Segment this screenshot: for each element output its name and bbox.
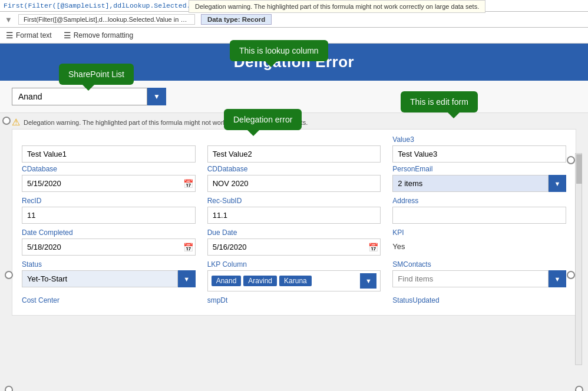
personemail-dropdown-button[interactable]: ▼ xyxy=(549,175,566,192)
resize-handle-bottom-right[interactable] xyxy=(575,386,583,391)
value2-input[interactable] xyxy=(207,145,381,163)
status-select: ▼ xyxy=(22,270,196,287)
calendar-icon-cdatabase[interactable]: 📅 xyxy=(183,179,193,188)
field-cddatabase: CDDatabase xyxy=(207,165,381,192)
calendar-icon-due-date[interactable]: 📅 xyxy=(368,243,378,252)
recid-input[interactable] xyxy=(22,207,196,224)
tooltip-delegation-error: Delegation error xyxy=(224,109,302,130)
resize-handle-bottom-left[interactable] xyxy=(5,386,13,391)
vertical-scrollbar[interactable] xyxy=(575,153,582,365)
field-lkp-column: LKP Column Anand Aravind Karuna ▼ xyxy=(207,260,381,291)
field-address: Address xyxy=(392,197,566,224)
lookup-dropdown-button[interactable]: ▼ xyxy=(147,88,166,105)
smcontacts-field: ▼ xyxy=(392,270,566,287)
scroll-thumb[interactable] xyxy=(576,154,582,184)
field-cost-center: Cost Center xyxy=(22,296,196,304)
value1-input[interactable] xyxy=(22,145,196,163)
tag-anand: Anand xyxy=(212,276,242,286)
personemail-select: ▼ xyxy=(392,175,566,192)
field-personemail: PersonEmail ▼ xyxy=(392,165,566,192)
resize-handle-left[interactable] xyxy=(2,117,11,125)
personemail-input[interactable] xyxy=(392,175,549,192)
cdatabase-input[interactable] xyxy=(22,175,196,192)
date-completed-field: 📅 xyxy=(22,238,196,256)
status-dropdown-button[interactable]: ▼ xyxy=(178,270,196,287)
lkp-column-dropdown-button[interactable]: ▼ xyxy=(360,273,376,289)
field-smcontacts: SMContacts ▼ xyxy=(392,260,566,291)
resize-handle-right-middle[interactable] xyxy=(567,271,575,279)
cddatabase-input[interactable] xyxy=(207,175,381,192)
field-date-completed: Date Completed 📅 xyxy=(22,228,196,256)
cdatabase-date-field: 📅 xyxy=(22,175,196,192)
field-kpi: KPI Yes xyxy=(392,228,566,256)
due-date-input[interactable] xyxy=(207,238,381,256)
resize-handle-left-middle[interactable] xyxy=(5,271,13,279)
address-input[interactable] xyxy=(392,207,566,224)
date-completed-input[interactable] xyxy=(22,238,196,256)
remove-formatting-button[interactable]: ☰ Remove formatting xyxy=(64,31,133,40)
due-date-field: 📅 xyxy=(207,238,381,256)
resize-handle-top-right[interactable] xyxy=(567,156,575,164)
field-smpdt: smpDt xyxy=(207,296,381,304)
format-text-icon: ☰ xyxy=(6,31,14,40)
smcontacts-dropdown-button[interactable]: ▼ xyxy=(549,270,566,287)
status-input[interactable] xyxy=(22,270,178,287)
delegation-warning-top: Delegation warning. The highlighted part… xyxy=(189,0,485,13)
field-status: Status ▼ xyxy=(22,260,196,291)
format-text-button[interactable]: ☰ Format text xyxy=(6,31,52,40)
edit-form: Value3 CDatabase 📅 CDDatabase PersonEmai… xyxy=(12,129,576,316)
remove-formatting-icon: ☰ xyxy=(64,31,71,40)
warning-icon: ⚠ xyxy=(12,117,20,128)
tooltip-sharepoint-list: SharePoint List xyxy=(59,64,134,85)
field-cdatabase: CDatabase 📅 xyxy=(22,165,196,192)
rec-subid-input[interactable] xyxy=(207,207,381,224)
kpi-value: Yes xyxy=(392,238,566,254)
calendar-icon-date-completed[interactable]: 📅 xyxy=(183,243,193,252)
tag-karuna: Karuna xyxy=(279,276,312,286)
formula-snippet: First(Filter([@SampleList],d...lookup.Se… xyxy=(18,14,195,25)
lookup-input[interactable] xyxy=(12,88,147,105)
tag-aravind: Aravind xyxy=(243,276,277,286)
tooltip-lookup-column: This is lookup column xyxy=(230,40,328,61)
data-type-badge: Data type: Record xyxy=(201,14,272,25)
value3-input[interactable] xyxy=(392,145,566,163)
field-value1 xyxy=(22,135,196,163)
tooltip-edit-form: This is edit form xyxy=(401,91,478,112)
field-due-date: Due Date 📅 xyxy=(207,228,381,256)
field-rec-subid: Rec-SubID xyxy=(207,197,381,224)
field-value3: Value3 xyxy=(392,135,566,163)
smcontacts-input[interactable] xyxy=(392,270,549,287)
field-value2 xyxy=(207,135,381,163)
lkp-column-tags: Anand Aravind Karuna ▼ xyxy=(207,270,381,291)
field-status-updated: StatusUpdated xyxy=(392,296,566,304)
field-recid: RecID xyxy=(22,197,196,224)
